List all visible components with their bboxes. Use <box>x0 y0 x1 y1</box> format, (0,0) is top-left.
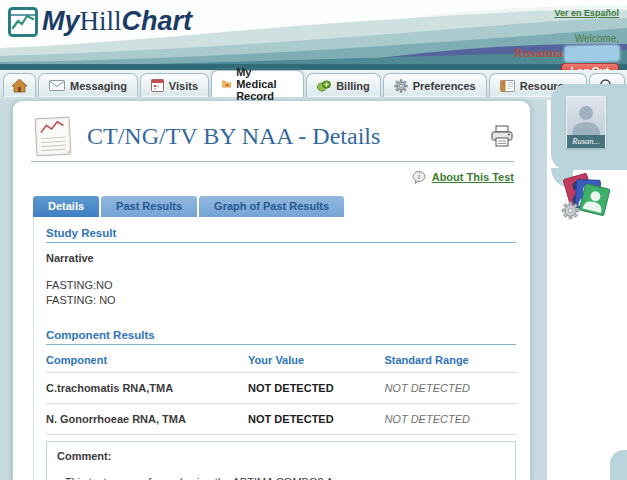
home-icon <box>12 79 27 93</box>
folder-icon <box>222 78 231 90</box>
nav-tab-my-medical-record[interactable]: My Medical Record <box>211 70 304 97</box>
sidebar-bottom-bubble <box>610 450 627 480</box>
column-header-your-value: Your Value <box>248 347 384 373</box>
app-logo[interactable]: MyHillChart <box>8 6 192 37</box>
nav-tab-label: Visits <box>169 80 198 92</box>
language-toggle-link[interactable]: Ver en Español <box>554 8 619 18</box>
billing-icon <box>317 79 331 92</box>
content-panel: CT/NG/TV BY NAA - Details i About This T… <box>12 100 531 480</box>
avatar-name-label: Rusan... <box>567 135 605 148</box>
nav-tab-label: Messaging <box>70 80 127 92</box>
person-silhouette-icon <box>569 103 603 135</box>
about-test-row: i About This Test <box>13 171 514 184</box>
page-title: CT/NG/TV BY NAA - Details <box>87 123 380 150</box>
title-divider <box>31 161 514 162</box>
narrative-text: FASTING:NO FASTING: NO <box>46 278 516 309</box>
logo-my: My <box>42 6 80 36</box>
nav-tab-preferences[interactable]: Preferences <box>383 73 487 97</box>
header-banner: MyHillChart Ver en Español Welcome, Rusa… <box>0 0 627 70</box>
nav-tab-label: My Medical Record <box>236 66 293 102</box>
user-name-row: Rusanna <box>514 45 619 61</box>
component-results-section: Component Results Component Your Value S… <box>46 329 516 480</box>
component-name: C.trachomatis RNA,TMA <box>46 372 248 403</box>
info-bubble-icon: i <box>412 171 426 184</box>
logout-button[interactable]: Log Out <box>561 63 619 70</box>
subtab-graph-of-past-results[interactable]: Graph of Past Results <box>199 196 344 217</box>
logo-chart: Chart <box>122 6 193 36</box>
user-first-name: Rusanna <box>514 45 563 61</box>
panel-header: CT/NG/TV BY NAA - Details <box>13 101 530 157</box>
logo-hill: Hill <box>80 6 122 36</box>
details-tab-content: Study Result Narrative FASTING:NO FASTIN… <box>33 217 516 480</box>
your-value: NOT DETECTED <box>248 403 384 434</box>
comment-label: Comment: <box>57 450 505 462</box>
nav-tab-visits[interactable]: Visits <box>140 73 209 97</box>
study-result-heading: Study Result <box>46 227 516 243</box>
table-row: C.trachomatis RNA,TMA NOT DETECTED NOT D… <box>46 372 516 403</box>
comment-paragraph: This test was performed using the APTIMA… <box>65 474 505 480</box>
nav-tab-label: Billing <box>336 80 370 92</box>
app-window: MyHillChart Ver en Español Welcome, Rusa… <box>0 0 627 480</box>
welcome-text: Welcome, <box>514 33 619 44</box>
table-header-row: Component Your Value Standard Range <box>46 347 516 373</box>
about-this-test-link[interactable]: About This Test <box>432 171 514 183</box>
test-report-icon <box>31 115 75 157</box>
component-name: N. Gonorrhoeae RNA, TMA <box>46 403 248 434</box>
manage-accounts-icon[interactable] <box>558 170 612 226</box>
component-results-heading: Component Results <box>46 329 516 345</box>
component-results-table: Component Your Value Standard Range C.tr… <box>46 347 516 435</box>
your-value: NOT DETECTED <box>248 372 384 403</box>
book-icon <box>500 80 515 92</box>
result-subtabs: Details Past Results Graph of Past Resul… <box>33 196 530 217</box>
nav-tab-label: Preferences <box>413 80 476 92</box>
column-header-standard-range: Standard Range <box>384 347 516 373</box>
svg-text:i: i <box>418 172 420 181</box>
standard-range: NOT DETECTED <box>384 403 516 434</box>
header-user-area: Ver en Español Welcome, Rusanna Log Out <box>514 2 619 70</box>
table-row: N. Gonorrhoeae RNA, TMA NOT DETECTED NOT… <box>46 403 516 434</box>
column-header-component: Component <box>46 347 248 373</box>
subtab-details[interactable]: Details <box>33 196 99 217</box>
main-nav-tabbar: Messaging Visits My Medical Record <box>0 70 627 100</box>
calendar-icon <box>151 79 164 92</box>
nav-tab-messaging[interactable]: Messaging <box>38 73 138 97</box>
narrative-label: Narrative <box>46 252 516 264</box>
subtab-past-results[interactable]: Past Results <box>101 196 197 217</box>
redacted-last-name <box>565 45 619 61</box>
avatar-placeholder-image <box>567 97 605 135</box>
chart-pad-icon <box>8 7 38 37</box>
envelope-icon <box>49 80 65 91</box>
app-title: MyHillChart <box>42 6 192 37</box>
standard-range: NOT DETECTED <box>384 372 516 403</box>
nav-tab-home[interactable] <box>3 73 36 97</box>
gear-icon <box>394 79 408 93</box>
user-avatar[interactable]: Rusan... <box>566 96 606 148</box>
nav-tab-billing[interactable]: Billing <box>306 73 381 97</box>
comment-box: Comment: This test was performed using t… <box>46 441 516 480</box>
print-icon[interactable] <box>490 125 514 147</box>
